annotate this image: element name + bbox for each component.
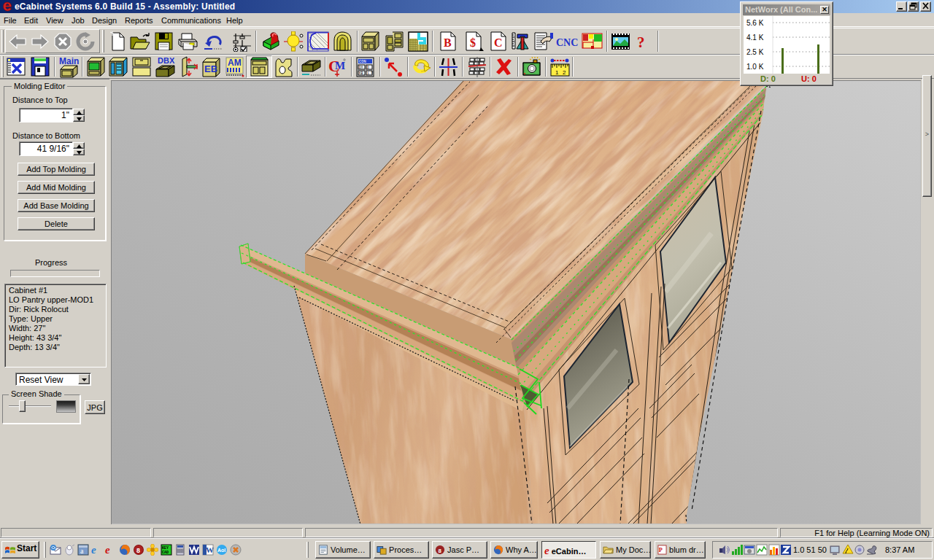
svg-text:DBX: DBX bbox=[158, 56, 175, 65]
svg-text:$: $ bbox=[470, 36, 476, 49]
svg-text:M: M bbox=[335, 60, 345, 71]
svg-text:EB: EB bbox=[204, 63, 217, 74]
svg-text:8: 8 bbox=[136, 547, 140, 554]
svg-text:KB: KB bbox=[359, 71, 363, 75]
svg-text:1: 1 bbox=[555, 69, 559, 76]
svg-text:DX: DX bbox=[359, 66, 363, 69]
svg-text:8: 8 bbox=[438, 548, 441, 554]
svg-text:AM: AM bbox=[228, 58, 242, 68]
svg-text:B: B bbox=[444, 36, 452, 49]
svg-text:Aol: Aol bbox=[217, 548, 225, 553]
svg-text:2: 2 bbox=[563, 69, 566, 76]
svg-text:W: W bbox=[206, 545, 214, 554]
svg-text:C: C bbox=[494, 36, 503, 49]
svg-text:1.7: 1.7 bbox=[367, 71, 373, 75]
svg-text:a: a bbox=[80, 547, 84, 555]
svg-text:D: D bbox=[367, 66, 369, 69]
svg-text:Main: Main bbox=[59, 56, 79, 66]
svg-text:CON: CON bbox=[359, 59, 366, 64]
svg-text:P: P bbox=[659, 547, 663, 553]
svg-text:CAD: CAD bbox=[162, 551, 169, 555]
